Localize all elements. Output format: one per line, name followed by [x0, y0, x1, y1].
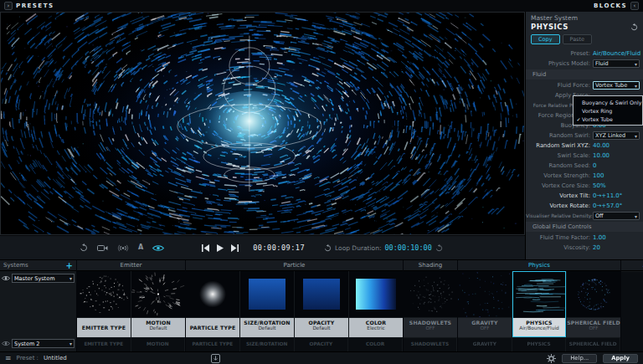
- audio-react-icon[interactable]: [117, 244, 129, 252]
- block-title: GRAVITY: [458, 320, 512, 326]
- block-caption: COLORElectric: [349, 318, 403, 337]
- skip-forward-button[interactable]: [231, 244, 239, 252]
- preset-name-field[interactable]: Untitled: [44, 355, 67, 361]
- param-value[interactable]: 0→+57.0°: [593, 203, 622, 209]
- block-shadowlets[interactable]: SHADOWLETSOFF: [404, 271, 457, 337]
- block-motion[interactable]: MOTIONDefault: [131, 271, 185, 337]
- timecode[interactable]: 00:00:09:17: [253, 244, 305, 252]
- physics-panel: Master System PHYSICS Copy Paste Preset:…: [525, 12, 643, 259]
- apply-button[interactable]: Apply: [603, 354, 638, 363]
- loop-duration-value[interactable]: 00:00:10:00: [384, 244, 431, 252]
- block-color[interactable]: COLORElectric: [349, 271, 403, 337]
- menu-item-vortex-ring[interactable]: Vortex Ring: [574, 106, 642, 115]
- group-tab-aux[interactable]: Aux: [621, 260, 643, 271]
- blocks-toggle[interactable]: BLOCKS ‹: [594, 2, 639, 10]
- menu-item-vortex-tube[interactable]: ✓Vortex Tube: [574, 115, 642, 123]
- system2-eye-icon[interactable]: [2, 341, 10, 346]
- block-subtitle: Default: [131, 326, 185, 331]
- block-caption: PHYSICSAir/Bounce/Fluid: [512, 318, 566, 337]
- panel-title: PHYSICS: [531, 23, 568, 31]
- blocks-strip: Systems + Master System ▾ System 2 ▾: [0, 259, 643, 351]
- block-opacity[interactable]: OPACITYDefault: [295, 271, 348, 337]
- block-particle-type[interactable]: PARTICLE TYPE: [186, 271, 239, 337]
- menu-item-label: Vortex Ring: [582, 108, 612, 114]
- presets-label: PRESETS: [16, 3, 54, 9]
- param-value[interactable]: 1.00: [593, 234, 606, 241]
- block-subtitle: Air/Bounce/Fluid: [512, 326, 566, 331]
- preset-label: Preset :: [17, 355, 39, 361]
- panel-reset-icon[interactable]: [630, 23, 638, 31]
- param-value[interactable]: 100: [593, 172, 604, 179]
- param-value[interactable]: 10.00: [593, 152, 610, 159]
- block-subtitle: Default: [240, 326, 294, 331]
- chevron-down-icon: ▾: [69, 275, 72, 281]
- copy-button[interactable]: Copy: [531, 34, 560, 44]
- param-value[interactable]: 50%: [593, 182, 606, 189]
- next-row-block[interactable]: PARTICLE TYPE: [186, 338, 239, 351]
- param-value[interactable]: 0: [593, 162, 596, 169]
- undo-icon[interactable]: [80, 244, 88, 252]
- system-select-master[interactable]: Master System ▾: [12, 274, 75, 283]
- presets-toggle[interactable]: › PRESETS: [4, 2, 54, 10]
- next-row-block[interactable]: GRAVITY: [458, 338, 512, 351]
- next-row-block[interactable]: PHYSICS: [512, 338, 566, 351]
- param-value[interactable]: 40.00: [593, 142, 610, 149]
- system-title: Master System: [526, 12, 643, 22]
- param-value[interactable]: 20: [593, 244, 600, 251]
- play-button[interactable]: [217, 244, 224, 252]
- group-tab-emitter[interactable]: Emitter: [77, 260, 185, 271]
- next-row-block[interactable]: OPACITY: [295, 338, 348, 351]
- reset-loop-icon[interactable]: [435, 244, 443, 252]
- auto-icon[interactable]: A: [138, 244, 143, 251]
- block-spherical-field[interactable]: SPHERICAL FIELDOFF: [567, 271, 620, 337]
- group-tab-physics[interactable]: Physics: [458, 260, 620, 271]
- help-button[interactable]: Help...: [562, 354, 597, 363]
- menu-item-label: Buoyancy & Swirl Only: [582, 100, 642, 105]
- next-row-block[interactable]: SIZE/ROTATION: [240, 338, 294, 351]
- next-row-block[interactable]: EMITTER TYPE: [77, 338, 131, 351]
- block-gravity[interactable]: GRAVITYOFF: [458, 271, 512, 337]
- next-row-block[interactable]: SPHERICAL FIELD: [566, 338, 620, 351]
- param-label: Fluid Time Factor:: [526, 234, 593, 241]
- viewport[interactable]: [0, 12, 525, 235]
- system-select-2[interactable]: System 2 ▾: [12, 339, 75, 348]
- menu-icon[interactable]: ≡: [5, 355, 12, 362]
- param-row-vortex-rotate: Vortex Rotate:0→+57.0°: [526, 201, 643, 211]
- block-physics[interactable]: PHYSICSAir/Bounce/Fluid: [512, 271, 566, 337]
- camera-icon[interactable]: [97, 244, 108, 252]
- menu-item-buoyancy-swirl-only[interactable]: Buoyancy & Swirl Only: [574, 98, 642, 106]
- section-header-fluid: Fluid: [526, 69, 643, 79]
- dropdown-visualiser-relative-density[interactable]: Off▾: [593, 212, 640, 220]
- paste-button[interactable]: Paste: [563, 34, 593, 44]
- next-row-block[interactable]: COLOR: [348, 338, 402, 351]
- param-value[interactable]: 0→+11.0°: [593, 192, 622, 199]
- skip-back-button[interactable]: [202, 244, 209, 252]
- settings-gear-icon[interactable]: [547, 354, 556, 363]
- system-eye-icon[interactable]: [2, 275, 10, 281]
- next-row-block[interactable]: MOTION: [131, 338, 185, 351]
- group-tab-particle[interactable]: Particle: [186, 260, 403, 271]
- block-title: EMITTER TYPE: [77, 320, 131, 331]
- block-title: PHYSICS: [512, 320, 566, 326]
- systems-panel: Systems + Master System ▾ System 2 ▾: [0, 260, 77, 351]
- group-tab-shading[interactable]: Shading: [404, 260, 457, 271]
- blocks-groups: EmitterEMITTER TYPEMOTIONDefaultEMITTER …: [77, 260, 643, 351]
- dropdown-random-swirl[interactable]: XYZ Linked▾: [593, 131, 640, 140]
- param-value[interactable]: Air/Bounce/Fluid: [593, 50, 640, 57]
- block-subtitle: Default: [295, 326, 348, 331]
- dropdown-fluid-force[interactable]: Vortex Tube▾: [593, 81, 640, 90]
- param-row-vortex-core-size: Vortex Core Size:50%: [526, 181, 643, 191]
- param-label: Swirl Scale:: [526, 152, 593, 159]
- add-system-button[interactable]: +: [66, 261, 73, 270]
- dropdown-physics-model[interactable]: Fluid▾: [593, 59, 640, 68]
- block-caption: SHADOWLETSOFF: [404, 318, 457, 337]
- save-icon[interactable]: [211, 354, 220, 363]
- transport-bar: A 00:00:09:17: [0, 235, 525, 259]
- block-size-rotation[interactable]: SIZE/ROTATIONDefault: [240, 271, 294, 337]
- block-emitter-type[interactable]: EMITTER TYPE: [77, 271, 131, 337]
- next-row-block[interactable]: SHADOWLETS: [404, 338, 456, 351]
- visibility-eye-icon[interactable]: [152, 244, 164, 252]
- block-title: PARTICLE TYPE: [186, 320, 239, 331]
- param-label: Preset:: [526, 50, 593, 57]
- viewport-canvas[interactable]: [1, 13, 524, 234]
